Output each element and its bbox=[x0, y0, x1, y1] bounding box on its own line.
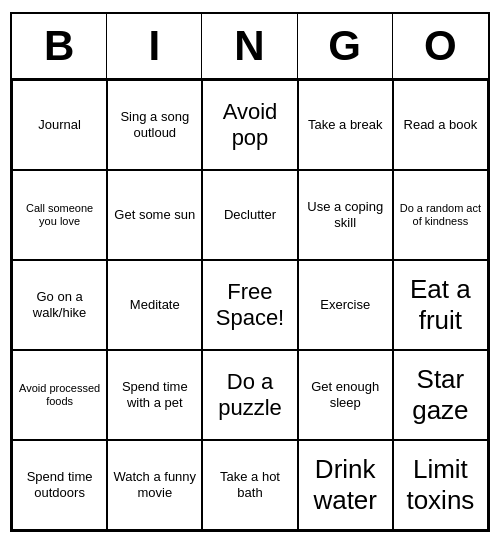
bingo-cell-14[interactable]: Eat a fruit bbox=[393, 260, 488, 350]
bingo-cell-22[interactable]: Take a hot bath bbox=[202, 440, 297, 530]
bingo-cell-20[interactable]: Spend time outdoors bbox=[12, 440, 107, 530]
bingo-cell-21[interactable]: Watch a funny movie bbox=[107, 440, 202, 530]
bingo-cell-0[interactable]: Journal bbox=[12, 80, 107, 170]
bingo-grid: JournalSing a song outloudAvoid popTake … bbox=[12, 80, 488, 530]
bingo-cell-6[interactable]: Get some sun bbox=[107, 170, 202, 260]
bingo-cell-24[interactable]: Limit toxins bbox=[393, 440, 488, 530]
bingo-cell-8[interactable]: Use a coping skill bbox=[298, 170, 393, 260]
bingo-header: B I N G O bbox=[12, 14, 488, 80]
header-g: G bbox=[298, 14, 393, 78]
bingo-cell-18[interactable]: Get enough sleep bbox=[298, 350, 393, 440]
bingo-cell-3[interactable]: Take a break bbox=[298, 80, 393, 170]
bingo-cell-12[interactable]: Free Space! bbox=[202, 260, 297, 350]
header-i: I bbox=[107, 14, 202, 78]
header-o: O bbox=[393, 14, 488, 78]
bingo-card: B I N G O JournalSing a song outloudAvoi… bbox=[10, 12, 490, 532]
bingo-cell-10[interactable]: Go on a walk/hike bbox=[12, 260, 107, 350]
bingo-cell-17[interactable]: Do a puzzle bbox=[202, 350, 297, 440]
bingo-cell-11[interactable]: Meditate bbox=[107, 260, 202, 350]
bingo-cell-16[interactable]: Spend time with a pet bbox=[107, 350, 202, 440]
bingo-cell-19[interactable]: Star gaze bbox=[393, 350, 488, 440]
bingo-cell-5[interactable]: Call someone you love bbox=[12, 170, 107, 260]
bingo-cell-15[interactable]: Avoid processed foods bbox=[12, 350, 107, 440]
bingo-cell-9[interactable]: Do a random act of kindness bbox=[393, 170, 488, 260]
bingo-cell-7[interactable]: Declutter bbox=[202, 170, 297, 260]
bingo-cell-1[interactable]: Sing a song outloud bbox=[107, 80, 202, 170]
bingo-cell-23[interactable]: Drink water bbox=[298, 440, 393, 530]
bingo-cell-2[interactable]: Avoid pop bbox=[202, 80, 297, 170]
bingo-cell-4[interactable]: Read a book bbox=[393, 80, 488, 170]
bingo-cell-13[interactable]: Exercise bbox=[298, 260, 393, 350]
header-n: N bbox=[202, 14, 297, 78]
header-b: B bbox=[12, 14, 107, 78]
